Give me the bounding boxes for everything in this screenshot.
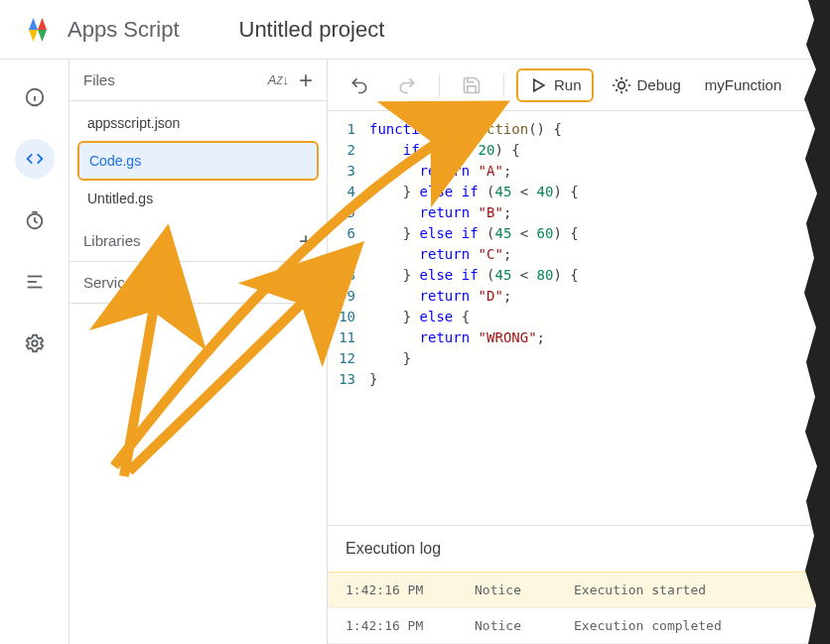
add-library-icon[interactable]: +: [299, 234, 313, 248]
log-time: 1:42:16 PM: [346, 582, 475, 597]
nav-executions[interactable]: [15, 262, 55, 302]
debug-icon: [612, 75, 631, 95]
code-line[interactable]: } else {: [369, 307, 830, 327]
file-item[interactable]: appsscript.json: [77, 105, 319, 141]
toolbar-divider: [439, 73, 440, 97]
line-number: 12: [328, 348, 355, 369]
line-number: 4: [328, 182, 355, 202]
log-level: Notice: [475, 618, 574, 633]
code-line[interactable]: return "WRONG";: [369, 327, 830, 348]
line-number: 1: [328, 119, 355, 140]
code-line[interactable]: } else if (45 < 60) {: [369, 223, 830, 244]
debug-label: Debug: [637, 76, 681, 93]
svg-point-10: [618, 81, 624, 88]
log-row: 1:42:16 PMNoticeExecution completed: [328, 608, 830, 644]
code-line[interactable]: if (45 < 20) {: [369, 140, 830, 161]
files-title: Files: [83, 71, 115, 88]
libraries-label: Libraries: [83, 232, 141, 249]
code-line[interactable]: return "C";: [369, 244, 830, 265]
line-number: 7: [328, 244, 355, 265]
add-file-icon[interactable]: +: [299, 73, 313, 87]
svg-point-8: [32, 340, 38, 346]
log-message: Execution started: [574, 582, 706, 597]
undo-button[interactable]: [340, 68, 379, 102]
code-line[interactable]: }: [369, 369, 830, 390]
project-title[interactable]: Untitled project: [239, 17, 385, 43]
sort-az-icon[interactable]: AZ↓: [268, 72, 289, 87]
svg-marker-9: [534, 79, 544, 91]
execution-panel: Execution log 1:42:16 PMNoticeExecution …: [328, 525, 830, 644]
libraries-section[interactable]: Libraries +: [69, 220, 327, 262]
code-editor[interactable]: 12345678910111213 function myFunction() …: [328, 111, 830, 525]
code-line[interactable]: } else if (45 < 80) {: [369, 265, 830, 286]
line-number: 6: [328, 223, 355, 244]
log-level: Notice: [475, 582, 574, 597]
apps-script-logo-icon: [20, 12, 56, 48]
run-label: Run: [554, 76, 582, 93]
code-line[interactable]: return "A";: [369, 161, 830, 182]
function-name: myFunction: [705, 76, 782, 93]
code-line[interactable]: function myFunction() {: [369, 119, 830, 140]
nav-overview[interactable]: [15, 77, 55, 117]
play-icon: [528, 75, 548, 95]
execution-log-title: Execution log: [328, 526, 830, 572]
code-line[interactable]: return "B";: [369, 202, 830, 223]
services-section[interactable]: Services +: [69, 262, 327, 304]
line-number: 8: [328, 265, 355, 286]
editor-toolbar: Run Debug myFunction: [328, 60, 830, 111]
toolbar-divider: [503, 73, 504, 97]
files-panel: Files AZ↓ + appsscript.jsonCode.gsUntitl…: [69, 60, 328, 644]
line-number: 9: [328, 286, 355, 307]
app-header: Apps Script Untitled project: [0, 0, 830, 60]
add-service-icon[interactable]: +: [299, 276, 313, 290]
nav-rail: [0, 60, 69, 644]
code-lines[interactable]: function myFunction() { if (45 < 20) { r…: [369, 119, 830, 525]
line-number: 2: [328, 140, 355, 161]
log-time: 1:42:16 PM: [346, 618, 475, 633]
line-number: 3: [328, 161, 355, 182]
redo-button[interactable]: [387, 68, 427, 102]
log-message: Execution completed: [574, 618, 722, 633]
line-number: 5: [328, 202, 355, 223]
line-number: 13: [328, 369, 355, 390]
nav-settings[interactable]: [15, 323, 55, 363]
file-item[interactable]: Untitled.gs: [77, 181, 319, 216]
log-row: 1:42:16 PMNoticeExecution started: [328, 572, 830, 608]
save-button[interactable]: [452, 68, 491, 102]
debug-button[interactable]: Debug: [602, 68, 691, 102]
editor-area: Run Debug myFunction 12345678910111213 f…: [328, 60, 830, 644]
code-line[interactable]: } else if (45 < 40) {: [369, 182, 830, 202]
app-name: Apps Script: [68, 17, 180, 43]
services-label: Services: [83, 274, 141, 291]
run-button[interactable]: Run: [516, 68, 594, 102]
code-line[interactable]: }: [369, 348, 830, 369]
nav-editor[interactable]: [15, 139, 55, 179]
function-selector[interactable]: myFunction: [699, 68, 788, 102]
files-header: Files AZ↓ +: [69, 60, 327, 101]
file-item[interactable]: Code.gs: [77, 141, 319, 181]
nav-triggers[interactable]: [15, 200, 55, 240]
line-number: 11: [328, 327, 355, 348]
file-list: appsscript.jsonCode.gsUntitled.gs: [69, 101, 327, 220]
code-line[interactable]: return "D";: [369, 286, 830, 307]
line-gutter: 12345678910111213: [328, 119, 369, 525]
line-number: 10: [328, 307, 355, 327]
